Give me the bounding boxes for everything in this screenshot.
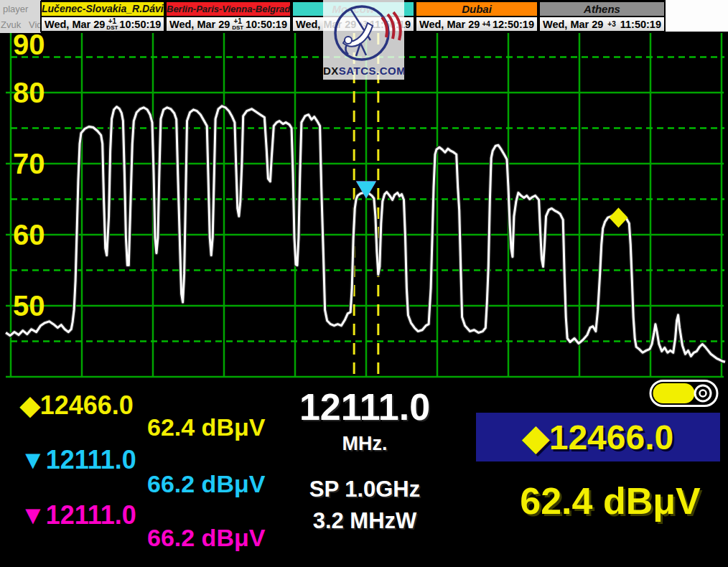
clock-date: Wed, Mar 29 <box>419 19 480 30</box>
clock-date: Wed, Mar 29 <box>45 19 105 30</box>
menu-item-zvuk[interactable]: Zvuk <box>1 19 21 30</box>
clock-utc-offset: +1DST <box>232 18 243 31</box>
marker3-level-readout: 66.2 dBμV <box>147 524 265 552</box>
diamond-marker-icon: ◆ <box>20 390 40 420</box>
marker2-level-readout: 66.2 dBμV <box>147 470 265 498</box>
diamond-marker-icon <box>609 207 627 228</box>
clock-date: Wed, Mar 29 <box>543 19 603 30</box>
clock-time: 11:50:19 <box>620 19 661 30</box>
span-setting: SP 1.0GHz <box>287 477 442 502</box>
active-marker-level: 62.4 dBμV <box>488 479 728 523</box>
menu-item-player[interactable]: player <box>3 4 28 14</box>
center-frequency: 12111.0 <box>287 388 442 427</box>
battery-indicator <box>648 378 720 411</box>
clock-utc-offset: +3 <box>607 21 615 28</box>
battery-icon <box>648 378 720 408</box>
active-marker-box: ◆12466.0 <box>476 413 720 461</box>
clock-city: Dubai <box>416 2 537 17</box>
y-axis-label: 90 <box>13 29 45 60</box>
clock-time: 12:50:19 <box>493 19 534 30</box>
clock-date: Wed, Mar 29 <box>169 19 230 30</box>
bandwidth-setting: 3.2 MHzW <box>287 508 442 534</box>
triangle-marker-icon: ▼ <box>20 445 46 474</box>
center-frequency-block: 12111.0 MHz. SP 1.0GHz 3.2 MHzW <box>287 388 442 534</box>
clock-utc-offset: +1DST <box>106 18 118 31</box>
clock-time: 10:50:19 <box>119 19 161 30</box>
active-marker-freq: ◆12466.0 <box>523 417 673 457</box>
player-menu-area: player Zvuk Vid <box>0 0 41 33</box>
logo-text: DXSATCS.COM <box>323 65 404 77</box>
frequency-unit: MHz. <box>287 433 442 455</box>
marker1-level-readout: 62.4 dBμV <box>147 413 265 441</box>
clock-city: Berlin-Paris-Vienna-Belgrade <box>167 2 290 17</box>
y-axis-label: 80 <box>13 77 45 108</box>
satellite-dish-icon <box>323 0 404 65</box>
clock-panel-lucenec: Lučenec-Slovakia_R.Dávid Wed, Mar 29 +1D… <box>40 1 165 32</box>
y-axis-label: 50 <box>13 290 45 322</box>
clock-city: Lučenec-Slovakia_R.Dávid <box>42 2 164 17</box>
clock-city: Athens <box>540 2 664 17</box>
clock-panel-dubai: Dubai Wed, Mar 29 +4 12:50:19 <box>415 1 538 32</box>
clock-panel-athens: Athens Wed, Mar 29 +3 11:50:19 <box>538 1 666 32</box>
diamond-marker-icon: ◆ <box>523 418 549 456</box>
marker1-freq-readout: ◆12466.0 <box>20 390 134 421</box>
clock-time: 10:50:19 <box>246 19 287 30</box>
triangle-marker-icon: ▼ <box>20 500 46 530</box>
clock-panel-berlin: Berlin-Paris-Vienna-Belgrade Wed, Mar 29… <box>165 1 291 32</box>
y-axis-label: 70 <box>13 148 45 179</box>
meter-screen: 9080706050 player Zvuk Vid Lučenec-Slova… <box>0 0 728 567</box>
dxsatcs-logo: DXSATCS.COM <box>323 0 404 80</box>
marker3-freq-readout: ▼12111.0 <box>20 500 136 530</box>
y-axis-label: 60 <box>13 219 45 250</box>
clock-utc-offset: +4 <box>482 21 490 28</box>
marker2-freq-readout: ▼12111.0 <box>20 445 136 475</box>
clock-bar-spacer <box>666 0 728 32</box>
